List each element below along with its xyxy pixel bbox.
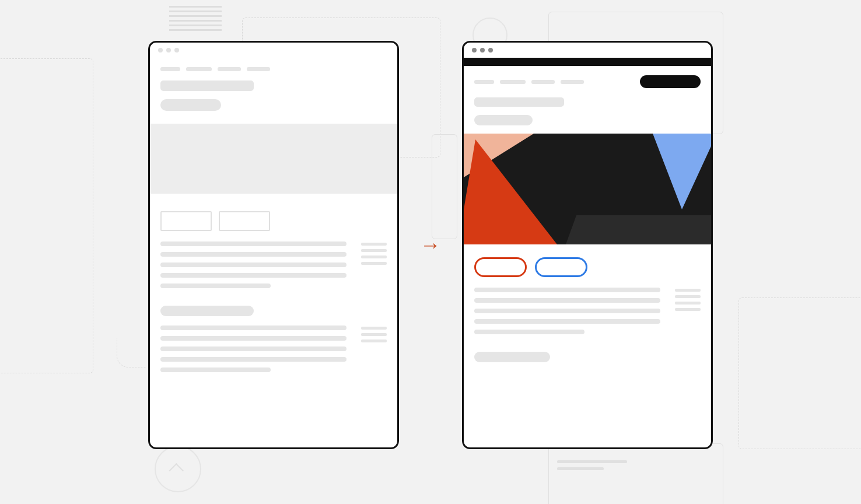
sidebar-lines — [361, 326, 387, 378]
subheading-placeholder — [160, 306, 254, 316]
hero-shape-blue — [653, 134, 711, 209]
top-accent-bar — [464, 58, 711, 66]
nav-item — [218, 67, 241, 71]
text-line — [160, 336, 346, 341]
paragraph-block — [150, 236, 397, 300]
heading-block — [150, 76, 397, 116]
wireframe-window — [148, 41, 399, 449]
window-dot — [472, 48, 477, 52]
title-bar — [150, 43, 397, 58]
pill-button-orange — [474, 257, 527, 277]
bg-circle-caret — [155, 446, 201, 492]
window-dot — [158, 48, 163, 52]
cta-button — [640, 75, 701, 88]
text-line — [160, 326, 346, 330]
nav-item — [247, 67, 270, 71]
paragraph-block — [464, 282, 711, 346]
hero-shape-grey — [566, 215, 711, 244]
text-line — [474, 298, 660, 303]
nav-item — [500, 80, 526, 84]
window-dot — [166, 48, 171, 52]
pill-button-row — [464, 244, 711, 282]
window-dot — [480, 48, 485, 52]
outline-button — [160, 211, 212, 231]
nav-item — [561, 80, 584, 84]
heading-placeholder — [474, 97, 564, 107]
text-line — [160, 368, 271, 372]
paragraph-block — [150, 320, 397, 384]
hero-image — [464, 134, 711, 244]
subheading-placeholder — [474, 115, 533, 125]
text-line — [474, 309, 660, 313]
sidebar-lines — [675, 288, 701, 340]
text-line — [160, 273, 346, 278]
text-line — [474, 319, 660, 324]
heading-block — [464, 93, 711, 130]
nav-bar — [464, 66, 711, 93]
sidebar-lines — [361, 242, 387, 294]
window-dot — [488, 48, 493, 52]
text-line — [474, 288, 660, 292]
text-line — [160, 242, 346, 246]
title-bar — [464, 43, 711, 58]
nav-item — [474, 80, 494, 84]
subheading-block — [464, 346, 711, 366]
subheading-block — [150, 300, 397, 320]
bg-hamburger-lines — [169, 6, 222, 31]
designed-window — [462, 41, 713, 449]
text-line — [160, 252, 346, 257]
nav-item — [160, 67, 180, 71]
subheading-placeholder — [160, 99, 221, 111]
button-row — [150, 203, 397, 236]
text-line — [160, 357, 346, 362]
heading-placeholder — [160, 80, 254, 91]
hero-placeholder — [150, 124, 397, 194]
nav-bar — [150, 58, 397, 76]
subheading-placeholder — [474, 352, 550, 362]
nav-item — [186, 67, 212, 71]
pill-button-blue — [535, 257, 587, 277]
outline-button — [219, 211, 270, 231]
arrow-right-icon: → — [420, 233, 441, 257]
nav-item — [531, 80, 555, 84]
text-line — [160, 284, 271, 288]
comparison-row: → — [0, 41, 861, 449]
bg-card-outline — [548, 443, 723, 504]
window-dot — [174, 48, 179, 52]
text-line — [160, 262, 346, 267]
text-line — [160, 346, 346, 351]
hero-shape-orange — [464, 139, 557, 244]
text-line — [474, 330, 584, 334]
